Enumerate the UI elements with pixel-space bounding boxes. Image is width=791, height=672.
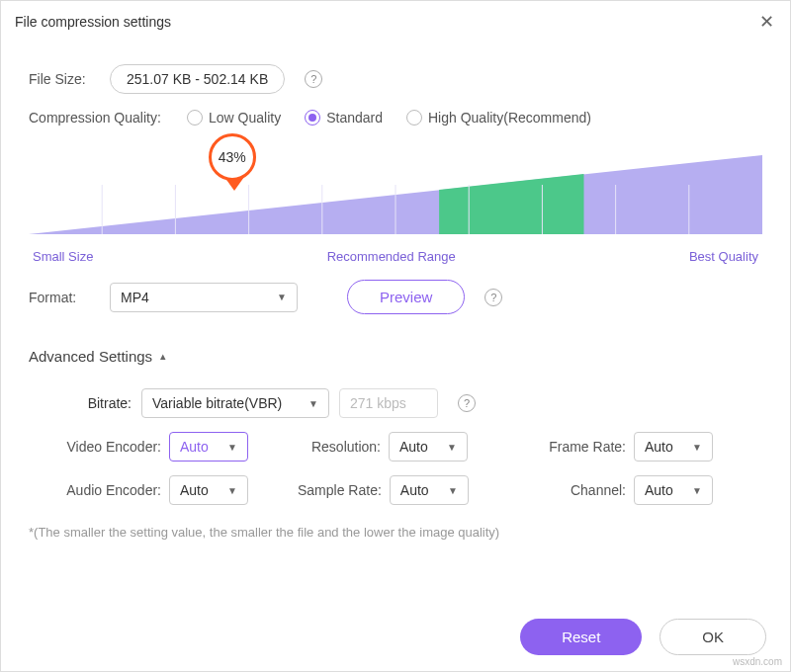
chevron-up-icon: ▴ (160, 350, 166, 363)
bitrate-select[interactable]: Variable bitrate(VBR) ▼ (141, 388, 329, 418)
chevron-down-icon: ▼ (692, 485, 702, 496)
channel-select[interactable]: Auto ▼ (634, 475, 713, 505)
frame-rate-value: Auto (645, 439, 673, 455)
slider-pin[interactable]: 43% (209, 133, 260, 193)
bitrate-label: Bitrate: (58, 395, 132, 411)
watermark: wsxdn.com (733, 656, 782, 667)
preview-button[interactable]: Preview (347, 280, 465, 314)
radio-icon (305, 110, 320, 126)
format-select[interactable]: MP4 ▼ (110, 283, 298, 312)
quality-standard-label: Standard (326, 110, 383, 126)
quality-high[interactable]: High Quality(Recommend) (406, 110, 591, 126)
dialog-title: File compression settings (15, 14, 171, 30)
format-row: Format: MP4 ▼ Preview ? (29, 280, 762, 314)
bitrate-value: Variable bitrate(VBR) (152, 395, 282, 411)
chevron-down-icon: ▼ (308, 398, 318, 409)
video-encoder-select[interactable]: Auto ▼ (169, 432, 248, 462)
chevron-down-icon: ▼ (277, 292, 287, 302)
file-size-label: File Size: (29, 71, 100, 87)
quality-slider[interactable]: 43% Small Size Recommended Range Best Qu… (29, 155, 762, 264)
svg-marker-1 (439, 174, 583, 234)
quality-radios: Low Quality Standard High Quality(Recomm… (187, 110, 591, 126)
format-value: MP4 (121, 290, 149, 305)
quality-high-label: High Quality(Recommend) (428, 110, 591, 126)
video-encoder-label: Video Encoder: (58, 439, 161, 455)
quality-label: Compression Quality: (29, 110, 177, 126)
footnote: *(The smaller the setting value, the sma… (29, 525, 762, 540)
help-icon[interactable]: ? (305, 70, 322, 88)
audio-encoder-select[interactable]: Auto ▼ (169, 475, 248, 505)
titlebar: File compression settings ✕ (1, 1, 790, 39)
channel-label: Channel: (537, 482, 626, 498)
resolution-value: Auto (399, 439, 428, 455)
compression-dialog: File compression settings ✕ File Size: 2… (0, 0, 791, 672)
quality-low-label: Low Quality (209, 110, 281, 126)
radio-icon (406, 110, 422, 126)
sample-rate-select[interactable]: Auto ▼ (390, 475, 469, 505)
chevron-down-icon: ▼ (227, 485, 237, 496)
video-row: Video Encoder: Auto ▼ Resolution: Auto ▼… (58, 432, 762, 462)
bitrate-row: Bitrate: Variable bitrate(VBR) ▼ 271 kbp… (58, 388, 762, 418)
advanced-panel: Bitrate: Variable bitrate(VBR) ▼ 271 kbp… (29, 388, 762, 505)
dialog-content: File Size: 251.07 KB - 502.14 KB ? Compr… (1, 39, 790, 540)
quality-row: Compression Quality: Low Quality Standar… (29, 110, 762, 126)
channel-value: Auto (645, 482, 673, 498)
footer-buttons: Reset OK (520, 619, 766, 655)
slider-triangle (29, 155, 762, 234)
slider-small-label: Small Size (33, 249, 93, 264)
sample-rate-value: Auto (400, 482, 429, 498)
file-size-row: File Size: 251.07 KB - 502.14 KB ? (29, 64, 762, 94)
audio-row: Audio Encoder: Auto ▼ Sample Rate: Auto … (58, 475, 762, 505)
help-icon[interactable]: ? (484, 289, 502, 306)
ok-button[interactable]: OK (659, 619, 766, 655)
audio-encoder-label: Audio Encoder: (58, 482, 161, 498)
advanced-toggle[interactable]: Advanced Settings ▴ (29, 348, 166, 365)
resolution-label: Resolution: (298, 439, 381, 455)
slider-mid-label: Recommended Range (327, 249, 456, 264)
chevron-down-icon: ▼ (448, 485, 458, 496)
file-size-value[interactable]: 251.07 KB - 502.14 KB (110, 64, 285, 94)
reset-button[interactable]: Reset (520, 619, 642, 655)
frame-rate-label: Frame Rate: (537, 439, 626, 455)
help-icon[interactable]: ? (458, 394, 476, 412)
close-icon[interactable]: ✕ (756, 11, 776, 33)
chevron-down-icon: ▼ (447, 442, 457, 453)
audio-encoder-value: Auto (180, 482, 209, 498)
chevron-down-icon: ▼ (692, 442, 702, 453)
format-label: Format: (29, 290, 100, 305)
resolution-select[interactable]: Auto ▼ (389, 432, 468, 462)
bitrate-input[interactable]: 271 kbps (339, 388, 438, 418)
video-encoder-value: Auto (180, 439, 209, 455)
quality-standard[interactable]: Standard (305, 110, 383, 126)
slider-best-label: Best Quality (689, 249, 758, 264)
radio-icon (187, 110, 203, 126)
frame-rate-select[interactable]: Auto ▼ (634, 432, 713, 462)
chevron-down-icon: ▼ (227, 442, 237, 453)
sample-rate-label: Sample Rate: (298, 482, 382, 498)
slider-labels: Small Size Recommended Range Best Qualit… (33, 249, 758, 264)
advanced-label: Advanced Settings (29, 348, 152, 365)
slider-percent: 43% (209, 133, 256, 181)
quality-low[interactable]: Low Quality (187, 110, 281, 126)
